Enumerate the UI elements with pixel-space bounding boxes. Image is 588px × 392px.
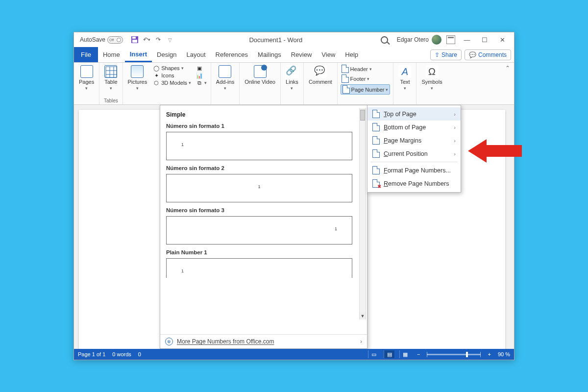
gallery-item-label-4: Plain Number 1 [166,249,357,255]
chevron-right-icon: › [454,138,456,144]
3d-icon: ⬡ [153,79,160,86]
minimize-button[interactable]: — [458,33,476,46]
gallery-item-3[interactable]: 1 [166,216,352,245]
group-illustrations: Pictures▾ ◯Shapes▾ ✦Icons ⬡3D Models▾ ▣ … [123,63,211,104]
office-icon: ⊕ [165,338,173,345]
page-icon [372,166,380,174]
gallery-section-header: Simple [166,111,357,118]
gallery-item-label-2: Número sin formato 2 [166,165,357,171]
gallery-item-4[interactable]: 1 [166,258,352,278]
page-icon [372,136,380,145]
search-icon[interactable] [381,36,388,44]
svg-rect-2 [132,40,137,43]
share-button[interactable]: ⇪ Share [430,49,462,60]
submenu-page-margins[interactable]: Page Margins › [368,134,461,147]
qat-customize-icon[interactable]: ▽ [166,35,174,44]
pages-button[interactable]: Pages▾ [77,65,96,91]
scroll-down-icon[interactable]: ▼ [360,313,366,319]
status-words[interactable]: 0 words [112,351,131,357]
word-window: AutoSave Off ↶▾ ↷ ▽ Document1 - Word Edg… [74,32,514,360]
document-area: Simple Número sin formato 1 1 Número sin… [74,105,514,349]
header-button[interactable]: Header▾ [341,65,391,73]
page-icon [372,149,380,158]
submenu-format-page-numbers[interactable]: Format Page Numbers... [368,164,461,177]
ribbon-display-options-icon[interactable] [446,35,455,44]
links-button[interactable]: 🔗Links▾ [284,65,300,91]
svg-marker-8 [468,139,522,163]
svg-rect-1 [132,37,136,39]
text-button[interactable]: AText▾ [396,65,413,91]
gallery-footer-more[interactable]: ⊕ MMore Page Numbers from Office.comore … [160,334,367,348]
footer-button[interactable]: Footer▾ [341,74,391,83]
scroll-thumb[interactable] [360,110,365,121]
tab-home[interactable]: Home [98,47,125,62]
titlebar: AutoSave Off ↶▾ ↷ ▽ Document1 - Word Edg… [74,32,514,47]
tab-insert[interactable]: Insert [125,47,152,62]
maximize-button[interactable]: ☐ [476,33,493,46]
view-readmode[interactable]: ▭ [368,350,379,358]
collapse-ribbon-icon[interactable]: ⌃ [501,63,514,104]
tab-references[interactable]: References [211,47,253,62]
icons-icon: ✦ [153,72,160,79]
page-icon [372,123,380,131]
ribbon-tabs: File Home Insert Design Layout Reference… [74,47,514,63]
save-icon[interactable] [130,35,139,44]
3dmodels-button[interactable]: ⬡3D Models▾ [152,79,192,86]
gallery-item-1[interactable]: 1 [166,132,352,160]
online-video-button[interactable]: Online Video [243,65,277,85]
screenshot-button[interactable]: ⧉▾ [195,79,208,86]
symbols-button[interactable]: ΩSymbols▾ [419,65,444,91]
pagenumber-submenu: Top of Page › Bottom of Page › Page Marg… [367,105,461,193]
icons-button[interactable]: ✦Icons [152,72,192,79]
symbols-icon: Ω [426,65,439,78]
shapes-icon: ◯ [153,65,160,72]
zoom-in-button[interactable]: + [486,351,492,357]
avatar[interactable] [432,35,441,45]
page-number-button[interactable]: Page Number▾ [341,84,391,95]
group-tables: Table▾ Tables [99,63,122,104]
links-icon: 🔗 [286,65,298,78]
pagenumber-gallery: Simple Número sin formato 1 1 Número sin… [160,105,368,349]
status-page[interactable]: Page 1 of 1 [78,351,105,357]
page-icon: ✖ [372,179,380,188]
comment-button[interactable]: 💬Comment [307,65,334,85]
tab-design[interactable]: Design [152,47,181,62]
svg-rect-3 [106,67,117,77]
tab-view[interactable]: View [317,47,340,62]
document-title: Document1 - Word [176,36,376,44]
gallery-scrollbar[interactable]: ▲ ▼ [359,108,366,319]
tab-help[interactable]: Help [340,47,363,62]
zoom-slider[interactable] [427,354,481,355]
view-weblayout[interactable]: ▦ [399,350,410,358]
undo-icon[interactable]: ↶▾ [142,35,151,44]
chevron-right-icon: › [454,124,456,130]
tab-file[interactable]: File [74,47,98,62]
table-icon [104,65,117,78]
addins-button[interactable]: Add-ins▾ [214,65,236,91]
pictures-button[interactable]: Pictures▾ [126,65,149,91]
submenu-remove-page-numbers[interactable]: ✖ Remove Page Numbers [368,177,461,190]
zoom-out-button[interactable]: − [415,351,422,357]
chart-button[interactable]: 📊 [195,72,208,79]
tab-layout[interactable]: Layout [182,47,211,62]
autosave-label: AutoSave [80,36,105,43]
redo-icon[interactable]: ↷ [154,35,163,44]
group-comments: 💬Comment [304,63,338,104]
shapes-button[interactable]: ◯Shapes▾ [152,65,192,72]
smartart-button[interactable]: ▣ [195,65,208,72]
submenu-current-position[interactable]: Current Position › [368,147,461,160]
submenu-bottom-of-page[interactable]: Bottom of Page › [368,121,461,134]
comments-button[interactable]: 💬 Comments [465,49,511,60]
zoom-value[interactable]: 90 % [498,351,510,357]
tab-mailings[interactable]: Mailings [253,47,286,62]
view-printlayout[interactable]: ▤ [384,350,394,358]
autosave-knob-icon [117,38,121,42]
tab-review[interactable]: Review [286,47,317,62]
user-name[interactable]: Edgar Otero [397,36,429,43]
submenu-separator [370,162,458,162]
gallery-item-2[interactable]: 1 [166,174,352,202]
table-button[interactable]: Table▾ [102,65,119,91]
close-button[interactable]: ✕ [493,33,511,46]
autosave-toggle[interactable]: Off [107,36,123,44]
submenu-top-of-page[interactable]: Top of Page › [368,107,461,121]
